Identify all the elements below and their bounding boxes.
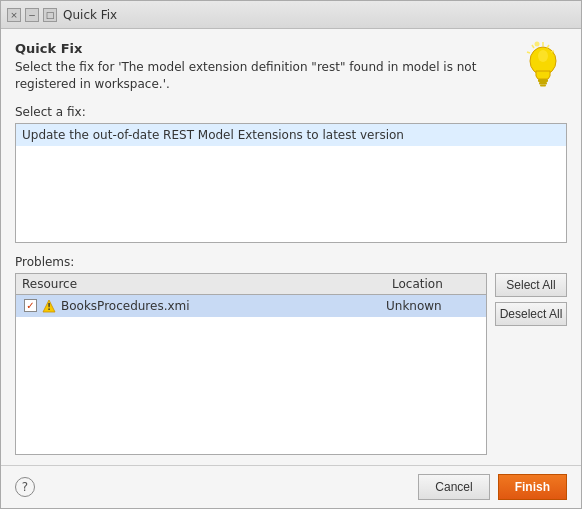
lightbulb-icon bbox=[519, 41, 567, 89]
svg-line-7 bbox=[547, 45, 549, 48]
footer: ? Cancel Finish bbox=[1, 465, 581, 508]
problems-table: Resource Location ! bbox=[15, 273, 487, 455]
maximize-button[interactable]: □ bbox=[43, 8, 57, 22]
help-button[interactable]: ? bbox=[15, 477, 35, 497]
titlebar: × − □ Quick Fix bbox=[1, 1, 581, 29]
table-row[interactable]: ! BooksProcedures.xmi Unknown bbox=[16, 295, 486, 317]
col-location: Location bbox=[386, 274, 486, 294]
table-header: Resource Location bbox=[16, 274, 486, 295]
problems-section: Problems: Resource Location bbox=[15, 255, 567, 455]
dialog-title: Quick Fix bbox=[15, 41, 509, 56]
td-location: Unknown bbox=[382, 297, 482, 315]
fix-section: Select a fix: Update the out-of-date RES… bbox=[15, 105, 567, 255]
svg-line-9 bbox=[532, 45, 534, 48]
dialog-description: Select the fix for 'The model extension … bbox=[15, 59, 509, 93]
finish-button[interactable]: Finish bbox=[498, 474, 567, 500]
svg-rect-3 bbox=[540, 85, 546, 87]
cancel-button[interactable]: Cancel bbox=[418, 474, 489, 500]
header-section: Quick Fix Select the fix for 'The model … bbox=[15, 41, 567, 93]
footer-buttons: Cancel Finish bbox=[418, 474, 567, 500]
select-all-button[interactable]: Select All bbox=[495, 273, 567, 297]
svg-text:!: ! bbox=[47, 303, 51, 312]
resource-name: BooksProcedures.xmi bbox=[61, 299, 190, 313]
deselect-all-button[interactable]: Deselect All bbox=[495, 302, 567, 326]
fix-section-label: Select a fix: bbox=[15, 105, 567, 119]
svg-point-4 bbox=[538, 50, 548, 62]
svg-rect-1 bbox=[538, 79, 548, 82]
fix-list[interactable]: Update the out-of-date REST Model Extens… bbox=[15, 123, 567, 243]
window-title: Quick Fix bbox=[63, 8, 117, 22]
problems-label: Problems: bbox=[15, 255, 567, 269]
problems-buttons: Select All Deselect All bbox=[495, 273, 567, 455]
problems-area: Resource Location ! bbox=[15, 273, 567, 455]
td-resource: ! BooksProcedures.xmi bbox=[20, 297, 382, 315]
svg-rect-2 bbox=[539, 82, 547, 85]
svg-line-8 bbox=[551, 51, 554, 52]
warning-icon: ! bbox=[42, 299, 56, 313]
row-checkbox[interactable] bbox=[24, 299, 37, 312]
close-button[interactable]: × bbox=[7, 8, 21, 22]
table-body: ! BooksProcedures.xmi Unknown bbox=[16, 295, 486, 454]
fix-item-0[interactable]: Update the out-of-date REST Model Extens… bbox=[16, 124, 566, 146]
header-text: Quick Fix Select the fix for 'The model … bbox=[15, 41, 509, 93]
col-resource: Resource bbox=[16, 274, 386, 294]
minimize-button[interactable]: − bbox=[25, 8, 39, 22]
svg-point-5 bbox=[535, 42, 540, 47]
quick-fix-window: × − □ Quick Fix Quick Fix Select the fix… bbox=[0, 0, 582, 509]
window-controls: × − □ bbox=[7, 8, 57, 22]
svg-line-10 bbox=[527, 52, 530, 53]
main-content: Quick Fix Select the fix for 'The model … bbox=[1, 29, 581, 465]
